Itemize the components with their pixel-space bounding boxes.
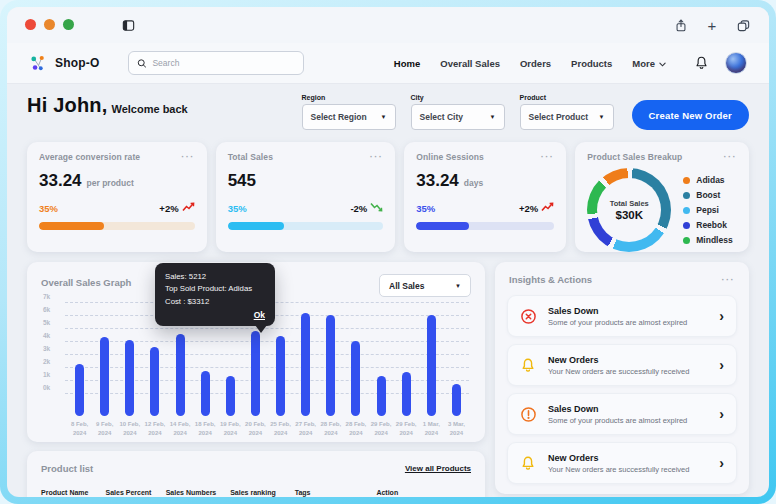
bar-9-feb-2024[interactable] xyxy=(100,337,109,416)
select-product[interactable]: Select Product▼ xyxy=(520,104,614,130)
x-axis-label: 20 Feb,2024 xyxy=(243,420,268,438)
donut-chart: Total Sales $30K xyxy=(587,168,671,252)
tab-overview-icon[interactable] xyxy=(735,17,751,33)
insight-item-sales-down[interactable]: Sales DownSome of your products are almo… xyxy=(507,295,737,337)
sidebar-toggle-icon[interactable] xyxy=(120,17,136,33)
traffic-lights xyxy=(25,16,82,34)
bar-28-feb-2024[interactable] xyxy=(351,341,360,416)
new-tab-plus-icon[interactable]: + xyxy=(704,17,720,33)
card-menu-icon[interactable]: ··· xyxy=(370,152,384,162)
select-region[interactable]: Select Region▼ xyxy=(302,104,396,130)
circle-exclaim-icon xyxy=(520,406,537,423)
bar-20-feb-2024[interactable] xyxy=(251,331,260,416)
traffic-light-close[interactable] xyxy=(25,19,36,30)
tooltip-arrow xyxy=(255,325,267,333)
all-sales-dropdown[interactable]: All Sales ▼ xyxy=(379,274,471,297)
bar-18-feb-2024[interactable] xyxy=(201,371,210,416)
nav-item-home[interactable]: Home xyxy=(394,58,420,69)
donut-center-label: Total Sales xyxy=(610,199,649,208)
card-menu-icon[interactable]: ··· xyxy=(724,152,738,162)
tooltip-ok-button[interactable]: Ok xyxy=(165,310,265,320)
stat-cards-row: Average conversion rate···33.24per produ… xyxy=(27,142,749,252)
y-axis-tick: 0k xyxy=(43,384,50,391)
delta-with-trend: +2% xyxy=(519,202,554,214)
card-menu-icon[interactable]: ··· xyxy=(722,275,736,285)
bar-8-feb-2024[interactable] xyxy=(75,364,84,416)
column-header-tags: Tags xyxy=(295,489,377,496)
card-menu-icon[interactable]: ··· xyxy=(541,152,555,162)
x-axis-label: 19 Feb,2024 xyxy=(218,420,243,438)
bar-1-mar-2024[interactable] xyxy=(427,315,436,416)
legend-item-pepsi: Pepsi xyxy=(683,205,732,215)
x-axis-label: 28 Feb,2024 xyxy=(343,420,368,438)
product-list-title: Product list xyxy=(41,463,93,474)
traffic-light-minimize[interactable] xyxy=(44,19,55,30)
donut-center-value: $30K xyxy=(616,209,644,221)
bar-27-feb-2024[interactable] xyxy=(301,313,310,416)
bar-12-feb-2024[interactable] xyxy=(150,347,159,416)
y-axis-tick: 3k xyxy=(43,345,50,352)
delta-with-trend: -2% xyxy=(350,202,383,214)
chevron-down-icon xyxy=(659,58,666,69)
select-caret-icon: ▼ xyxy=(381,114,387,120)
filter-product: ProductSelect Product▼ xyxy=(520,94,614,130)
app-window: + Shop-O HomeOv xyxy=(7,7,769,497)
bar-14-feb-2024[interactable] xyxy=(176,334,185,416)
traffic-light-zoom[interactable] xyxy=(63,19,74,30)
brand-name: Shop-O xyxy=(55,56,100,70)
product-sales-breakup-card: Product Sales Breakup ··· Total Sales $3… xyxy=(575,142,749,252)
insights-title: Insights & Actions xyxy=(509,274,592,285)
card-menu-icon[interactable]: ··· xyxy=(181,152,195,162)
search-box[interactable] xyxy=(128,51,304,75)
search-input[interactable] xyxy=(152,58,294,68)
x-axis-label: 1 Mar,2024 xyxy=(419,420,444,438)
x-axis-labels: 8 Feb,20249 Feb,202410 Feb,202412 Feb,20… xyxy=(67,420,469,438)
x-axis-label: 18 Feb,2024 xyxy=(193,420,218,438)
greeting-title: Hi John, xyxy=(27,94,108,117)
x-axis-label: 27 Feb,2024 xyxy=(293,420,318,438)
stat-card-average-conversion-rate: Average conversion rate···33.24per produ… xyxy=(27,142,207,252)
insight-item-new-orders[interactable]: New OrdersYour New orders are successful… xyxy=(507,344,737,386)
insight-item-new-orders[interactable]: New OrdersYour New orders are successful… xyxy=(507,442,737,484)
share-icon[interactable] xyxy=(673,17,689,33)
trend-up-icon xyxy=(182,202,195,214)
x-axis-label: 12 Feb,2024 xyxy=(142,420,167,438)
chevron-right-icon: › xyxy=(719,407,724,421)
main-nav: HomeOverall SalesOrdersProductsMore xyxy=(394,58,666,69)
brand[interactable]: Shop-O xyxy=(29,54,100,73)
column-header-product-name: Product Name xyxy=(41,489,106,496)
bar-29-feb-2024[interactable] xyxy=(402,372,411,416)
user-avatar[interactable] xyxy=(725,52,747,74)
bar-29-feb-2024[interactable] xyxy=(377,376,386,416)
x-axis-label: 29 Feb,2024 xyxy=(394,420,419,438)
bar-10-feb-2024[interactable] xyxy=(125,340,134,416)
y-axis-tick: 7k xyxy=(43,293,50,300)
create-new-order-button[interactable]: Create New Order xyxy=(632,100,749,130)
progress-fill xyxy=(416,222,468,230)
view-all-products-link[interactable]: View all Products xyxy=(405,464,471,473)
nav-item-orders[interactable]: Orders xyxy=(520,58,551,69)
legend-item-reebok: Reebok xyxy=(683,220,732,230)
y-axis-tick: 1k xyxy=(43,371,50,378)
overall-sales-graph-card: Overall Sales Graph All Sales ▼ 0k1k2k3k… xyxy=(27,262,485,442)
y-axis-tick: 2k xyxy=(43,358,50,365)
bar-28-feb-2024[interactable] xyxy=(326,315,335,416)
legend-dot xyxy=(683,207,690,214)
notifications-bell-icon[interactable] xyxy=(694,55,709,71)
legend-dot xyxy=(683,237,690,244)
select-city[interactable]: Select City▼ xyxy=(411,104,505,130)
page-content: Hi John, Welcome back RegionSelect Regio… xyxy=(7,84,769,497)
nav-item-overall-sales[interactable]: Overall Sales xyxy=(440,58,500,69)
nav-item-products[interactable]: Products xyxy=(571,58,612,69)
progress-fill xyxy=(228,222,284,230)
nav-item-more[interactable]: More xyxy=(632,58,666,69)
bar-19-feb-2024[interactable] xyxy=(226,376,235,416)
column-header-sales-ranking: Sales ranking xyxy=(230,489,295,496)
legend-item-mindless: Mindless xyxy=(683,235,732,245)
bar-25-feb-2024[interactable] xyxy=(276,336,285,417)
legend-dot xyxy=(683,192,690,199)
insight-item-sales-down[interactable]: Sales DownSome of your products are almo… xyxy=(507,393,737,435)
progress-track xyxy=(228,222,384,230)
filters: RegionSelect Region▼CitySelect City▼Prod… xyxy=(302,94,614,130)
bar-3-mar-2024[interactable] xyxy=(452,384,461,416)
